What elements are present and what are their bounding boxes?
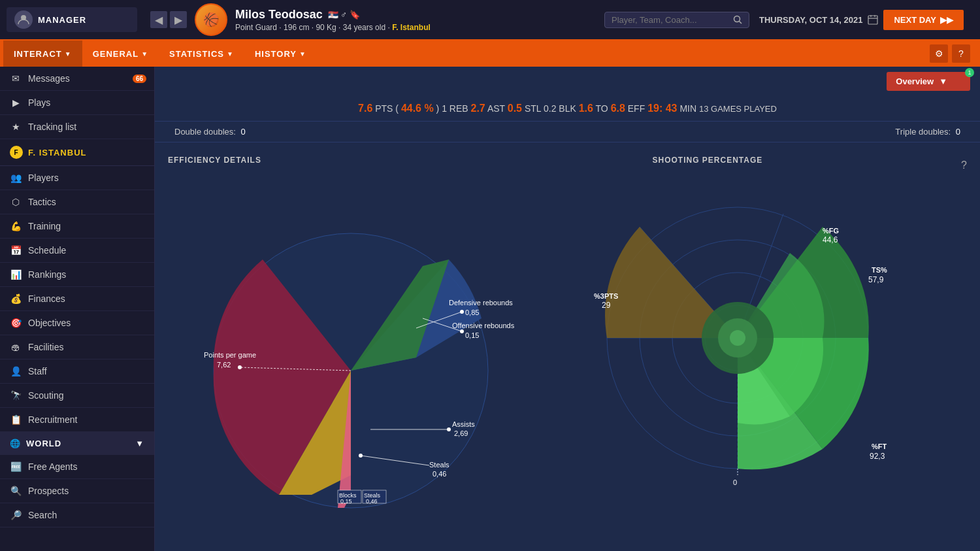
prospects-label: Prospects <box>28 486 69 496</box>
sidebar-item-prospects[interactable]: 🔍 Prospects <box>0 479 154 503</box>
shooting-chart-section: SHOOTING PERCENTAGE ? <box>574 156 968 517</box>
sidebar-item-messages[interactable]: ✉ Messages 66 <box>0 67 154 91</box>
svg-text:Defensive rebounds: Defensive rebounds <box>449 299 513 307</box>
sidebar-item-training[interactable]: 💪 Training <box>0 214 154 239</box>
stl-value: 0.5 <box>508 103 522 114</box>
search-input[interactable] <box>612 15 729 25</box>
ast-value: 2.7 <box>471 103 485 114</box>
tab-statistics[interactable]: STATISTICS ▼ <box>159 41 244 67</box>
sidebar-item-schedule[interactable]: 📅 Schedule <box>0 239 154 263</box>
games-value: 13 GAMES PLAYED <box>699 104 777 114</box>
recruitment-label: Recruitment <box>28 414 77 425</box>
scouting-label: Scouting <box>28 390 63 401</box>
sidebar-item-tracking[interactable]: ★ Tracking list <box>0 115 154 139</box>
date-text: THURSDAY, OCT 14, 2021 <box>759 15 862 25</box>
world-collapse-icon: ▼ <box>135 439 144 448</box>
ts-value: 57,9 <box>868 275 884 284</box>
help-icon-button[interactable]: ? <box>952 44 970 63</box>
nav-arrows[interactable]: ◀ ▶ <box>150 11 187 28</box>
sidebar-item-search[interactable]: 🔎 Search <box>0 503 154 527</box>
calendar-icon <box>868 14 878 25</box>
sidebar-item-rankings[interactable]: 📊 Rankings <box>0 263 154 287</box>
svg-point-27 <box>359 454 363 458</box>
nav-prev-button[interactable]: ◀ <box>150 11 167 28</box>
overview-dropdown-arrow: ▼ <box>939 76 947 86</box>
search-bar[interactable] <box>604 12 749 28</box>
reb-value: 1 <box>442 103 447 114</box>
sidebar-item-staff[interactable]: 👤 Staff <box>0 359 154 384</box>
sidebar-item-recruitment[interactable]: 📋 Recruitment <box>0 408 154 432</box>
sidebar-item-finances[interactable]: 💰 Finances <box>0 287 154 311</box>
fg-value: 44,6 <box>823 235 838 244</box>
manager-icon <box>14 10 33 29</box>
blk-value: 0.2 <box>544 103 556 114</box>
efficiency-svg: Points per game 7,62 Defensive rebounds … <box>168 175 534 514</box>
nav-next-button[interactable]: ▶ <box>170 11 187 28</box>
shooting-header: SHOOTING PERCENTAGE ? <box>574 156 968 175</box>
world-section[interactable]: 🌐 WORLD ▼ <box>0 432 154 455</box>
objectives-label: Objectives <box>28 318 71 328</box>
svg-text:Points per game: Points per game <box>204 351 256 359</box>
fg-label: %FG <box>823 227 839 235</box>
overview-dropdown[interactable]: Overview ▼ <box>887 72 970 91</box>
finances-label: Finances <box>28 293 65 304</box>
interact-arrow-icon: ▼ <box>65 50 72 58</box>
plays-icon: ▶ <box>10 97 22 108</box>
content-area: Overview ▼ 1 7.6 PTS ( 44.6 % ) 1 REB 2.… <box>155 67 980 551</box>
search-icon <box>733 15 742 24</box>
team-header: F F. ISTANBUL <box>0 139 154 166</box>
sidebar-item-scouting[interactable]: 🔭 Scouting <box>0 384 154 408</box>
next-day-button[interactable]: NEXT DAY ▶▶ <box>883 10 964 30</box>
overview-dropdown-container[interactable]: Overview ▼ 1 <box>887 72 970 91</box>
sidebar-item-objectives[interactable]: 🎯 Objectives <box>0 311 154 335</box>
sidebar-item-facilities[interactable]: 🏟 Facilities <box>0 335 154 359</box>
general-arrow-icon: ▼ <box>141 50 148 58</box>
shooting-chart-title: SHOOTING PERCENTAGE <box>653 156 763 165</box>
svg-text:2,69: 2,69 <box>454 429 468 437</box>
sidebar-item-plays[interactable]: ▶ Plays <box>0 91 154 115</box>
three-pts-value: 29 <box>602 301 611 310</box>
help-chart-icon[interactable]: ? <box>961 159 967 171</box>
free-agents-label: Free Agents <box>28 461 78 472</box>
search-label: Search <box>28 510 57 520</box>
svg-text:0,46: 0,46 <box>433 470 446 478</box>
settings-icon-button[interactable]: ⚙ <box>930 44 948 63</box>
pts-pct: 44.6 % <box>401 103 434 114</box>
free-agents-icon: 🆓 <box>10 461 22 472</box>
sidebar-item-players[interactable]: 👥 Players <box>0 166 154 190</box>
messages-icon: ✉ <box>10 73 22 84</box>
ft-label: %FT <box>872 442 887 450</box>
sidebar-item-free-agents[interactable]: 🆓 Free Agents <box>0 455 154 479</box>
team-icon: F <box>10 146 23 159</box>
training-icon: 💪 <box>10 221 22 231</box>
statistics-arrow-icon: ▼ <box>227 50 234 58</box>
svg-point-13 <box>460 310 464 314</box>
sidebar-item-tactics[interactable]: ⬡ Tactics <box>0 190 154 214</box>
min-value: 19: 43 <box>647 103 677 114</box>
svg-line-2 <box>739 22 742 24</box>
overview-bar: Overview ▼ 1 <box>155 67 980 96</box>
manager-section: MANAGER <box>7 7 137 32</box>
player-avatar: 🏀 <box>195 3 227 36</box>
player-flags: 🇷🇸 ♂ 🔖 <box>328 10 360 20</box>
svg-rect-3 <box>868 16 877 24</box>
ft-value: 92,3 <box>870 452 885 461</box>
player-profile: ◀ ▶ 🏀 Milos Teodosac 🇷🇸 ♂ 🔖 Point Guard … <box>137 3 604 36</box>
tab-history[interactable]: HISTORY ▼ <box>244 41 317 67</box>
charts-area: EFFICIENCY DETAILS <box>155 142 980 530</box>
tab-general[interactable]: GENERAL ▼ <box>82 41 159 67</box>
scouting-icon: 🔭 <box>10 390 22 401</box>
tactics-icon: ⬡ <box>10 197 22 207</box>
svg-text:Offensive rebounds: Offensive rebounds <box>452 322 515 329</box>
svg-point-21 <box>447 427 451 431</box>
shooting-svg: %FG 44,6 TS% 57,9 %3PTS 29 %FT 92,3 0 <box>574 175 901 501</box>
shooting-chart-container: %FG 44,6 TS% 57,9 %3PTS 29 %FT 92,3 0 <box>574 175 968 504</box>
star-icon: ★ <box>10 122 22 132</box>
player-name: Milos Teodosac <box>235 8 323 22</box>
efficiency-chart-title: EFFICIENCY DETAILS <box>168 156 561 165</box>
schedule-icon: 📅 <box>10 245 22 256</box>
player-team: F. Istanbul <box>392 23 431 32</box>
tab-interact[interactable]: INTERACT ▼ <box>3 41 82 67</box>
svg-text:7,62: 7,62 <box>217 361 231 369</box>
eff-value: 6.8 <box>611 103 625 114</box>
